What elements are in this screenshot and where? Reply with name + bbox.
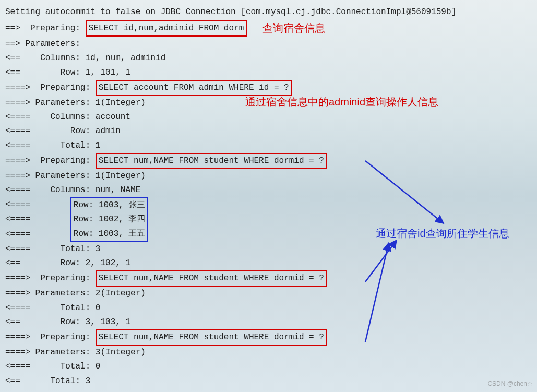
row-prefix: <==== (5, 198, 70, 212)
log-text: <== Row: 3, 103, 1 (5, 315, 130, 329)
student-row: Row: 1003, 张三 (70, 197, 149, 212)
log-line: <==== Total: 0 (5, 301, 532, 315)
log-text: <== Row: 1, 101, 1 (5, 66, 130, 80)
annotation-query-dorm: 查询宿舍信息 (262, 19, 325, 37)
log-text: <==== Row: admin (5, 124, 121, 138)
log-line: <==== Total: 3 (5, 242, 532, 256)
log-line-row: <==== Row: 1003, 张三 (5, 197, 532, 212)
student-row: Row: 1003, 王五 (70, 227, 149, 242)
log-prefix: ====> Preparing: (5, 154, 96, 168)
log-line: <== Row: 1, 101, 1 (5, 66, 532, 80)
log-text: ====> Parameters: 2(Integer) (5, 287, 146, 301)
log-line-preparing: ==> Preparing: SELECT id,num,adminid FRO… (5, 19, 532, 37)
log-line: <==== Total: 1 (5, 139, 532, 153)
log-text: ====> Parameters: 1(Integer) (5, 96, 146, 110)
log-text: <==== Total: 0 (5, 360, 100, 374)
watermark: CSDN @chen☆ (487, 378, 533, 389)
log-line: <==== Row: admin (5, 124, 532, 138)
log-line: <== Row: 2, 102, 1 (5, 256, 532, 270)
sql-select-student-2: SELECT num,NAME FROM student WHERE dormi… (96, 270, 327, 287)
log-line: ====> Parameters: 2(Integer) (5, 287, 532, 301)
annotation-admin-lookup: 通过宿舍信息中的adminid查询操作人信息 (245, 93, 438, 111)
log-text: <==== Total: 3 (5, 242, 100, 256)
log-line: <== Row: 3, 103, 1 (5, 315, 532, 329)
log-text: <==== Columns: account (5, 110, 130, 124)
sql-select-student-1: SELECT num,NAME FROM student WHERE dormi… (96, 153, 327, 169)
log-line: <==== Columns: num, NAME (5, 183, 532, 197)
log-line-preparing: ====> Preparing: SELECT num,NAME FROM st… (5, 270, 532, 287)
log-text: <== Row: 2, 102, 1 (5, 256, 130, 270)
log-text: ==> Parameters: (5, 37, 86, 51)
student-row: Row: 1002, 李四 (70, 212, 149, 227)
log-prefix: ====> Preparing: (5, 271, 96, 286)
log-text: ====> Parameters: 3(Integer) (5, 346, 146, 360)
log-line: ==> Parameters: (5, 37, 532, 51)
row-prefix: <==== (5, 212, 70, 227)
log-prefix: ==> Preparing: (5, 21, 86, 35)
annotation-student-lookup: 通过宿舍id查询所住学生信息 (376, 224, 509, 242)
log-text: ====> Parameters: 1(Integer) (5, 169, 146, 183)
log-text: <== Total: 3 (5, 374, 90, 388)
log-prefix: ====> Preparing: (5, 81, 96, 95)
log-text: <==== Columns: num, NAME (5, 183, 140, 197)
row-prefix: <==== (5, 228, 70, 242)
log-line: <== Total: 3 (5, 374, 532, 388)
sql-select-student-3: SELECT num,NAME FROM student WHERE dormi… (96, 329, 327, 346)
log-line: Setting autocommit to false on JDBC Conn… (5, 5, 532, 19)
log-text: <==== Total: 0 (5, 301, 100, 315)
log-line: ====> Parameters: 1(Integer) (5, 169, 532, 183)
log-text: <==== Total: 1 (5, 139, 100, 153)
log-line: <==== Columns: account (5, 110, 532, 124)
log-text: Setting autocommit to false on JDBC Conn… (5, 5, 456, 19)
log-text: <== Columns: id, num, adminid (5, 51, 165, 65)
log-prefix: ====> Preparing: (5, 330, 96, 345)
log-line: <==== Total: 0 (5, 360, 532, 374)
log-line: ====> Parameters: 3(Integer) (5, 346, 532, 360)
log-line-preparing: ====> Preparing: SELECT num,NAME FROM st… (5, 153, 532, 169)
log-line: <== Columns: id, num, adminid (5, 51, 532, 65)
sql-select-dorm: SELECT id,num,adminid FROM dorm (86, 20, 247, 37)
log-line-preparing: ====> Preparing: SELECT num,NAME FROM st… (5, 329, 532, 346)
